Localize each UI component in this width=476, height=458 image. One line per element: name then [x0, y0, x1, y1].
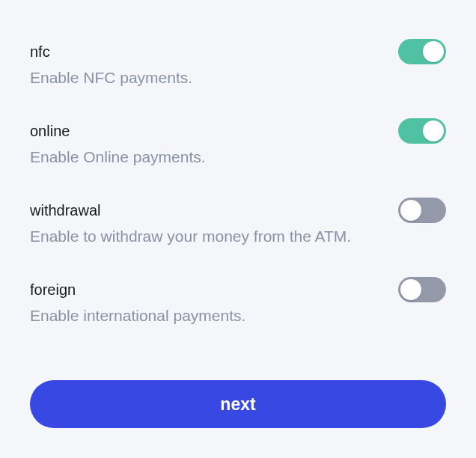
- setting-withdrawal-head: withdrawal: [30, 198, 446, 223]
- setting-foreign-title: foreign: [30, 281, 76, 299]
- setting-withdrawal-desc: Enable to withdraw your money from the A…: [30, 228, 446, 245]
- toggle-nfc-knob: [423, 41, 444, 62]
- setting-foreign: foreign Enable international payments.: [30, 277, 446, 325]
- setting-online-desc: Enable Online payments.: [30, 148, 446, 166]
- next-button[interactable]: next: [30, 380, 446, 428]
- setting-foreign-desc: Enable international payments.: [30, 307, 446, 325]
- setting-nfc-title: nfc: [30, 43, 50, 61]
- toggle-online-knob: [423, 120, 444, 141]
- setting-withdrawal: withdrawal Enable to withdraw your money…: [30, 198, 446, 245]
- setting-foreign-head: foreign: [30, 277, 446, 302]
- setting-online-head: online: [30, 118, 446, 144]
- settings-list: nfc Enable NFC payments. online Enable O…: [30, 39, 446, 365]
- setting-withdrawal-title: withdrawal: [30, 202, 100, 219]
- toggle-withdrawal[interactable]: [398, 198, 446, 223]
- setting-online-title: online: [30, 123, 70, 140]
- toggle-foreign-knob: [400, 279, 421, 300]
- setting-nfc: nfc Enable NFC payments.: [30, 39, 446, 87]
- toggle-nfc[interactable]: [398, 39, 446, 64]
- setting-nfc-desc: Enable NFC payments.: [30, 69, 446, 87]
- toggle-online[interactable]: [398, 118, 446, 144]
- settings-screen: nfc Enable NFC payments. online Enable O…: [0, 0, 476, 458]
- setting-online: online Enable Online payments.: [30, 118, 446, 166]
- setting-nfc-head: nfc: [30, 39, 446, 64]
- toggle-withdrawal-knob: [400, 200, 421, 221]
- toggle-foreign[interactable]: [398, 277, 446, 302]
